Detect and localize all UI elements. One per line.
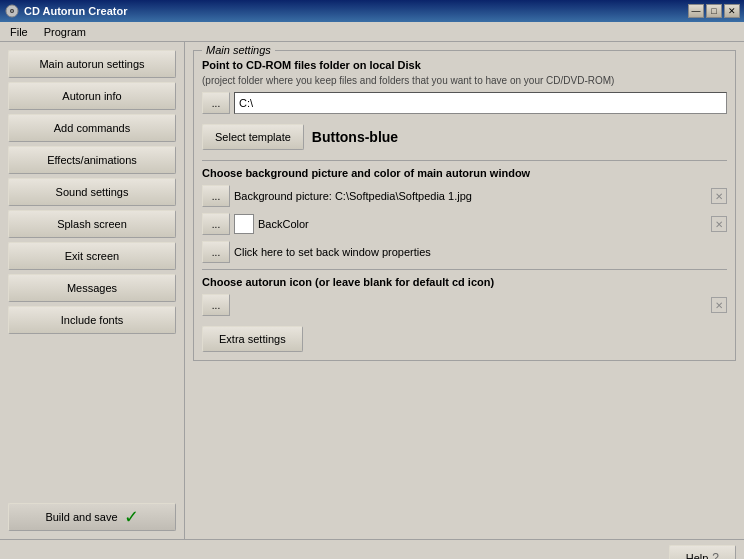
bg-color-text: BackColor bbox=[258, 218, 707, 230]
sidebar-btn-exit[interactable]: Exit screen bbox=[8, 242, 176, 270]
bg-color-clear-button[interactable]: ✕ bbox=[711, 216, 727, 232]
sidebar-btn-main[interactable]: Main autorun settings bbox=[8, 50, 176, 78]
help-label: Help bbox=[686, 552, 709, 560]
help-icon: ? bbox=[712, 551, 719, 560]
sidebar-btn-splash[interactable]: Splash screen bbox=[8, 210, 176, 238]
path-label: Point to CD-ROM files folder on local Di… bbox=[202, 59, 727, 71]
bg-color-row: ... BackColor ✕ bbox=[202, 213, 727, 235]
build-save-button[interactable]: Build and save ✓ bbox=[8, 503, 176, 531]
path-input[interactable] bbox=[234, 92, 727, 114]
main-layout: Main autorun settings Autorun info Add c… bbox=[0, 42, 744, 539]
divider-2 bbox=[202, 269, 727, 270]
sidebar-btn-fonts[interactable]: Include fonts bbox=[8, 306, 176, 334]
checkmark-icon: ✓ bbox=[124, 506, 139, 528]
template-row: Select template Buttons-blue bbox=[202, 124, 727, 150]
content-area: Main settings Point to CD-ROM files fold… bbox=[185, 42, 744, 539]
sidebar-btn-effects[interactable]: Effects/animations bbox=[8, 146, 176, 174]
sidebar-btn-info[interactable]: Autorun info bbox=[8, 82, 176, 110]
window-title: CD Autorun Creator bbox=[24, 5, 688, 17]
bg-window-row: ... Click here to set back window proper… bbox=[202, 241, 727, 263]
select-template-button[interactable]: Select template bbox=[202, 124, 304, 150]
extra-settings-row: Extra settings bbox=[202, 326, 727, 352]
bg-picture-text: Background picture: C:\Softpedia\Softped… bbox=[234, 190, 707, 202]
help-button[interactable]: Help ? bbox=[669, 545, 736, 560]
bg-label: Choose background picture and color of m… bbox=[202, 167, 727, 179]
bg-picture-row: ... Background picture: C:\Softpedia\Sof… bbox=[202, 185, 727, 207]
icon-clear-button[interactable]: ✕ bbox=[711, 297, 727, 313]
window-controls: — □ ✕ bbox=[688, 4, 740, 18]
color-swatch[interactable] bbox=[234, 214, 254, 234]
maximize-button[interactable]: □ bbox=[706, 4, 722, 18]
main-settings-group: Main settings Point to CD-ROM files fold… bbox=[193, 50, 736, 361]
bg-window-browse-button[interactable]: ... bbox=[202, 241, 230, 263]
svg-point-2 bbox=[11, 10, 13, 12]
bg-picture-clear-button[interactable]: ✕ bbox=[711, 188, 727, 204]
close-button[interactable]: ✕ bbox=[724, 4, 740, 18]
sidebar-btn-sound[interactable]: Sound settings bbox=[8, 178, 176, 206]
bg-color-browse-button[interactable]: ... bbox=[202, 213, 230, 235]
title-bar: CD Autorun Creator — □ ✕ bbox=[0, 0, 744, 22]
menu-bar: File Program bbox=[0, 22, 744, 42]
path-sublabel: (project folder where you keep files and… bbox=[202, 75, 727, 86]
sidebar-btn-commands[interactable]: Add commands bbox=[8, 114, 176, 142]
icon-label: Choose autorun icon (or leave blank for … bbox=[202, 276, 727, 288]
path-row: ... bbox=[202, 92, 727, 114]
group-title: Main settings bbox=[202, 44, 275, 56]
icon-row: ... ✕ bbox=[202, 294, 727, 316]
extra-settings-button[interactable]: Extra settings bbox=[202, 326, 303, 352]
app-icon bbox=[4, 3, 20, 19]
bg-picture-browse-button[interactable]: ... bbox=[202, 185, 230, 207]
menu-program[interactable]: Program bbox=[36, 24, 94, 40]
build-save-label: Build and save bbox=[45, 511, 117, 523]
template-value: Buttons-blue bbox=[312, 129, 398, 145]
menu-file[interactable]: File bbox=[2, 24, 36, 40]
divider-1 bbox=[202, 160, 727, 161]
icon-browse-button[interactable]: ... bbox=[202, 294, 230, 316]
sidebar-btn-messages[interactable]: Messages bbox=[8, 274, 176, 302]
sidebar: Main autorun settings Autorun info Add c… bbox=[0, 42, 185, 539]
bg-window-text: Click here to set back window properties bbox=[234, 246, 727, 258]
bottom-area: Help ? bbox=[0, 539, 744, 559]
path-browse-button[interactable]: ... bbox=[202, 92, 230, 114]
minimize-button[interactable]: — bbox=[688, 4, 704, 18]
